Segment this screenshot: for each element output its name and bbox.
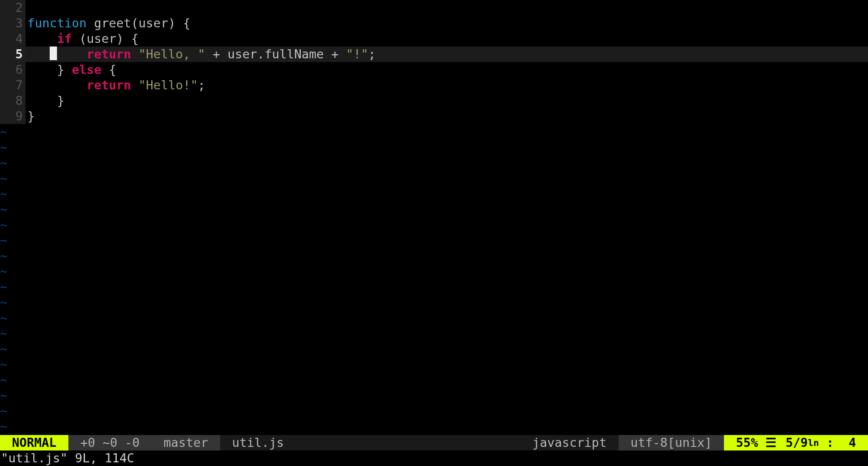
empty-line-marker: ~ (0, 186, 868, 202)
code-line[interactable]: 9 } (0, 109, 868, 124)
empty-line-marker: ~ (0, 171, 868, 186)
code-content[interactable] (26, 0, 868, 16)
empty-line-marker: ~ (0, 264, 868, 279)
cursor-position: 5/9 ln : 4 (781, 435, 868, 450)
line-number: 7 (0, 78, 26, 93)
code-content[interactable]: } (26, 93, 868, 109)
code-line[interactable]: 4 if (user) { (0, 31, 868, 47)
encoding: utf-8[unix] (619, 435, 724, 450)
code-line[interactable]: 3 function greet(user) { (0, 16, 868, 31)
line-number: 8 (0, 93, 26, 109)
empty-line-marker: ~ (0, 310, 868, 326)
line-number-current: 5 (0, 47, 26, 62)
ln-icon: ln (808, 435, 819, 450)
empty-line-marker: ~ (0, 124, 868, 140)
statusline: NORMAL +0 ~0 -0 master util.js javascrip… (0, 435, 868, 450)
empty-line-marker: ~ (0, 403, 868, 419)
empty-line-marker: ~ (0, 372, 868, 388)
code-content[interactable]: return "Hello!"; (26, 78, 868, 93)
code-line-current[interactable]: 5 return "Hello, " + user.fullName + "!"… (0, 47, 868, 62)
empty-line-marker: ~ (0, 341, 868, 357)
git-branch: master (152, 435, 220, 450)
code-line[interactable]: 2 (0, 0, 868, 16)
empty-line-marker: ~ (0, 388, 868, 403)
code-content[interactable]: if (user) { (26, 31, 868, 47)
empty-line-marker: ~ (0, 140, 868, 155)
git-hunks: +0 ~0 -0 (68, 435, 152, 450)
code-content[interactable]: return "Hello, " + user.fullName + "!"; (26, 47, 868, 62)
empty-line-marker: ~ (0, 217, 868, 233)
line-number: 2 (0, 0, 26, 16)
empty-line-marker: ~ (0, 248, 868, 264)
code-line[interactable]: 7 return "Hello!"; (0, 78, 868, 93)
statusline-spacer (289, 435, 528, 450)
mode-indicator: NORMAL (0, 435, 68, 450)
cursor (50, 47, 57, 60)
command-line[interactable]: "util.js" 9L, 114C (0, 450, 868, 466)
empty-line-marker: ~ (0, 155, 868, 171)
empty-line-marker: ~ (0, 419, 868, 434)
filetype: javascript (528, 435, 619, 450)
trigram-icon: ☰ (765, 435, 776, 450)
code-content[interactable]: function greet(user) { (26, 16, 868, 31)
code-line[interactable]: 8 } (0, 93, 868, 109)
empty-line-marker: ~ (0, 326, 868, 341)
buffer-area[interactable]: 2 3 function greet(user) { 4 if (user) {… (0, 0, 868, 435)
code-line[interactable]: 6 } else { (0, 62, 868, 78)
code-content[interactable]: } (26, 109, 868, 124)
line-number: 4 (0, 31, 26, 47)
code-content[interactable]: } else { (26, 62, 868, 78)
empty-line-marker: ~ (0, 202, 868, 217)
line-number: 6 (0, 62, 26, 78)
filename: util.js (220, 435, 289, 450)
empty-line-marker: ~ (0, 357, 868, 372)
empty-line-marker: ~ (0, 279, 868, 295)
line-number: 9 (0, 109, 26, 124)
scroll-percent: 55% ☰ (724, 435, 781, 450)
vim-editor[interactable]: 2 3 function greet(user) { 4 if (user) {… (0, 0, 868, 466)
empty-line-marker: ~ (0, 295, 868, 310)
empty-line-marker: ~ (0, 233, 868, 248)
line-number: 3 (0, 16, 26, 31)
